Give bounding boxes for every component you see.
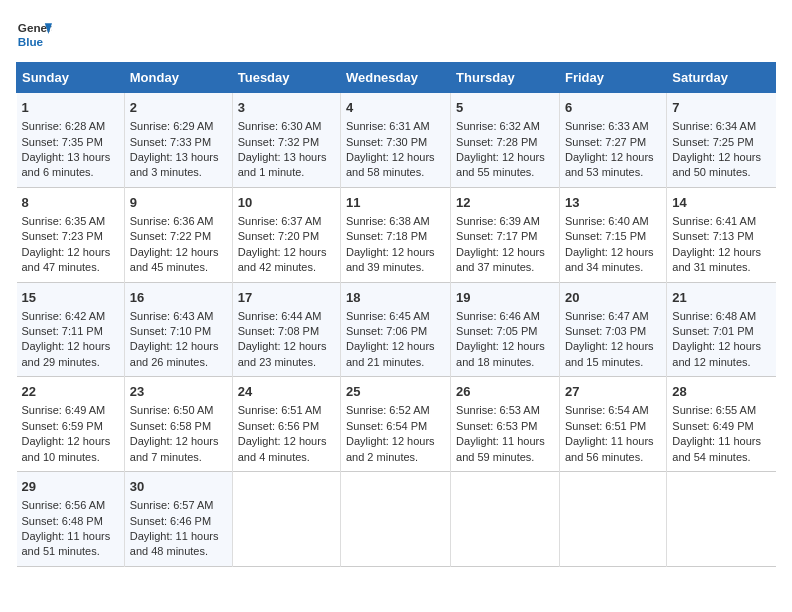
sunrise-text: Sunrise: 6:56 AM bbox=[22, 499, 106, 511]
sunset-text: Sunset: 6:58 PM bbox=[130, 420, 211, 432]
daylight-text: Daylight: 12 hours and 31 minutes. bbox=[672, 246, 761, 273]
calendar-cell bbox=[559, 472, 666, 567]
day-number: 14 bbox=[672, 194, 770, 212]
day-number: 1 bbox=[22, 99, 119, 117]
sunset-text: Sunset: 7:13 PM bbox=[672, 230, 753, 242]
sunrise-text: Sunrise: 6:35 AM bbox=[22, 215, 106, 227]
sunrise-text: Sunrise: 6:50 AM bbox=[130, 404, 214, 416]
calendar-cell: 23Sunrise: 6:50 AMSunset: 6:58 PMDayligh… bbox=[124, 377, 232, 472]
day-number: 18 bbox=[346, 289, 445, 307]
sunrise-text: Sunrise: 6:40 AM bbox=[565, 215, 649, 227]
calendar-cell: 19Sunrise: 6:46 AMSunset: 7:05 PMDayligh… bbox=[451, 282, 560, 377]
day-number: 6 bbox=[565, 99, 661, 117]
calendar-week-row: 29Sunrise: 6:56 AMSunset: 6:48 PMDayligh… bbox=[17, 472, 776, 567]
sunset-text: Sunset: 7:30 PM bbox=[346, 136, 427, 148]
logo: General Blue bbox=[16, 16, 52, 52]
sunrise-text: Sunrise: 6:37 AM bbox=[238, 215, 322, 227]
calendar-cell: 5Sunrise: 6:32 AMSunset: 7:28 PMDaylight… bbox=[451, 93, 560, 188]
daylight-text: Daylight: 12 hours and 50 minutes. bbox=[672, 151, 761, 178]
sunset-text: Sunset: 7:32 PM bbox=[238, 136, 319, 148]
sunset-text: Sunset: 7:05 PM bbox=[456, 325, 537, 337]
sunset-text: Sunset: 7:15 PM bbox=[565, 230, 646, 242]
day-number: 22 bbox=[22, 383, 119, 401]
sunset-text: Sunset: 6:54 PM bbox=[346, 420, 427, 432]
sunrise-text: Sunrise: 6:45 AM bbox=[346, 310, 430, 322]
daylight-text: Daylight: 12 hours and 45 minutes. bbox=[130, 246, 219, 273]
sunset-text: Sunset: 6:48 PM bbox=[22, 515, 103, 527]
daylight-text: Daylight: 11 hours and 48 minutes. bbox=[130, 530, 219, 557]
calendar-header: Sunday Monday Tuesday Wednesday Thursday… bbox=[17, 63, 776, 93]
sunrise-text: Sunrise: 6:52 AM bbox=[346, 404, 430, 416]
calendar-cell: 17Sunrise: 6:44 AMSunset: 7:08 PMDayligh… bbox=[232, 282, 340, 377]
sunset-text: Sunset: 6:59 PM bbox=[22, 420, 103, 432]
calendar-cell: 21Sunrise: 6:48 AMSunset: 7:01 PMDayligh… bbox=[667, 282, 776, 377]
daylight-text: Daylight: 11 hours and 51 minutes. bbox=[22, 530, 111, 557]
day-number: 17 bbox=[238, 289, 335, 307]
day-number: 25 bbox=[346, 383, 445, 401]
calendar-cell: 9Sunrise: 6:36 AMSunset: 7:22 PMDaylight… bbox=[124, 187, 232, 282]
sunrise-text: Sunrise: 6:33 AM bbox=[565, 120, 649, 132]
sunrise-text: Sunrise: 6:43 AM bbox=[130, 310, 214, 322]
calendar-cell bbox=[340, 472, 450, 567]
daylight-text: Daylight: 12 hours and 47 minutes. bbox=[22, 246, 111, 273]
day-number: 26 bbox=[456, 383, 554, 401]
sunrise-text: Sunrise: 6:54 AM bbox=[565, 404, 649, 416]
sunrise-text: Sunrise: 6:48 AM bbox=[672, 310, 756, 322]
sunrise-text: Sunrise: 6:38 AM bbox=[346, 215, 430, 227]
calendar-cell: 25Sunrise: 6:52 AMSunset: 6:54 PMDayligh… bbox=[340, 377, 450, 472]
sunset-text: Sunset: 7:08 PM bbox=[238, 325, 319, 337]
day-number: 11 bbox=[346, 194, 445, 212]
sunrise-text: Sunrise: 6:49 AM bbox=[22, 404, 106, 416]
calendar-cell: 7Sunrise: 6:34 AMSunset: 7:25 PMDaylight… bbox=[667, 93, 776, 188]
day-number: 16 bbox=[130, 289, 227, 307]
calendar-cell: 24Sunrise: 6:51 AMSunset: 6:56 PMDayligh… bbox=[232, 377, 340, 472]
sunset-text: Sunset: 7:23 PM bbox=[22, 230, 103, 242]
sunset-text: Sunset: 6:53 PM bbox=[456, 420, 537, 432]
calendar-cell: 1Sunrise: 6:28 AMSunset: 7:35 PMDaylight… bbox=[17, 93, 125, 188]
sunrise-text: Sunrise: 6:55 AM bbox=[672, 404, 756, 416]
sunset-text: Sunset: 7:22 PM bbox=[130, 230, 211, 242]
sunset-text: Sunset: 7:35 PM bbox=[22, 136, 103, 148]
daylight-text: Daylight: 12 hours and 37 minutes. bbox=[456, 246, 545, 273]
col-friday: Friday bbox=[559, 63, 666, 93]
sunset-text: Sunset: 7:27 PM bbox=[565, 136, 646, 148]
daylight-text: Daylight: 12 hours and 26 minutes. bbox=[130, 340, 219, 367]
sunrise-text: Sunrise: 6:30 AM bbox=[238, 120, 322, 132]
sunrise-text: Sunrise: 6:53 AM bbox=[456, 404, 540, 416]
calendar-cell: 8Sunrise: 6:35 AMSunset: 7:23 PMDaylight… bbox=[17, 187, 125, 282]
sunrise-text: Sunrise: 6:31 AM bbox=[346, 120, 430, 132]
calendar-cell: 16Sunrise: 6:43 AMSunset: 7:10 PMDayligh… bbox=[124, 282, 232, 377]
calendar-cell: 10Sunrise: 6:37 AMSunset: 7:20 PMDayligh… bbox=[232, 187, 340, 282]
sunrise-text: Sunrise: 6:51 AM bbox=[238, 404, 322, 416]
day-number: 24 bbox=[238, 383, 335, 401]
sunset-text: Sunset: 7:28 PM bbox=[456, 136, 537, 148]
sunset-text: Sunset: 7:17 PM bbox=[456, 230, 537, 242]
sunrise-text: Sunrise: 6:39 AM bbox=[456, 215, 540, 227]
sunrise-text: Sunrise: 6:44 AM bbox=[238, 310, 322, 322]
sunset-text: Sunset: 7:33 PM bbox=[130, 136, 211, 148]
daylight-text: Daylight: 12 hours and 58 minutes. bbox=[346, 151, 435, 178]
daylight-text: Daylight: 11 hours and 59 minutes. bbox=[456, 435, 545, 462]
day-number: 7 bbox=[672, 99, 770, 117]
calendar-cell: 13Sunrise: 6:40 AMSunset: 7:15 PMDayligh… bbox=[559, 187, 666, 282]
col-wednesday: Wednesday bbox=[340, 63, 450, 93]
calendar-cell: 2Sunrise: 6:29 AMSunset: 7:33 PMDaylight… bbox=[124, 93, 232, 188]
daylight-text: Daylight: 12 hours and 10 minutes. bbox=[22, 435, 111, 462]
sunset-text: Sunset: 6:51 PM bbox=[565, 420, 646, 432]
daylight-text: Daylight: 12 hours and 18 minutes. bbox=[456, 340, 545, 367]
daylight-text: Daylight: 12 hours and 7 minutes. bbox=[130, 435, 219, 462]
sunset-text: Sunset: 7:18 PM bbox=[346, 230, 427, 242]
sunset-text: Sunset: 6:49 PM bbox=[672, 420, 753, 432]
calendar-cell bbox=[451, 472, 560, 567]
day-number: 21 bbox=[672, 289, 770, 307]
day-number: 3 bbox=[238, 99, 335, 117]
day-number: 30 bbox=[130, 478, 227, 496]
day-number: 2 bbox=[130, 99, 227, 117]
calendar-cell: 15Sunrise: 6:42 AMSunset: 7:11 PMDayligh… bbox=[17, 282, 125, 377]
calendar-cell bbox=[667, 472, 776, 567]
page-header: General Blue bbox=[16, 16, 776, 52]
col-sunday: Sunday bbox=[17, 63, 125, 93]
daylight-text: Daylight: 13 hours and 3 minutes. bbox=[130, 151, 219, 178]
calendar-week-row: 1Sunrise: 6:28 AMSunset: 7:35 PMDaylight… bbox=[17, 93, 776, 188]
calendar-cell: 14Sunrise: 6:41 AMSunset: 7:13 PMDayligh… bbox=[667, 187, 776, 282]
